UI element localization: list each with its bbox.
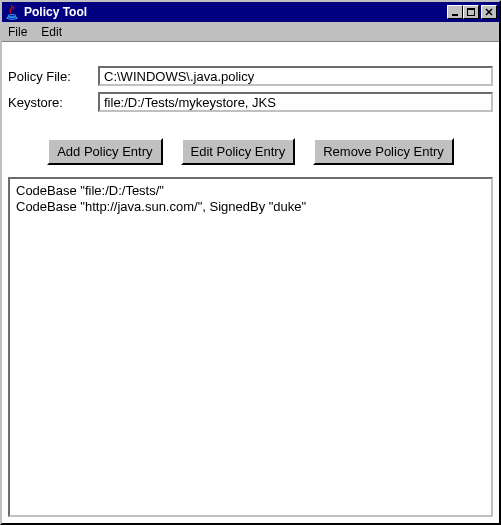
client-area: Policy File: C:\WINDOWS\.java.policy Key… <box>2 42 499 523</box>
list-item[interactable]: CodeBase "file:/D:/Tests/" <box>16 183 485 199</box>
policy-file-label: Policy File: <box>8 69 98 84</box>
menu-edit[interactable]: Edit <box>41 25 62 39</box>
keystore-row: Keystore: file:/D:/Tests/mykeystore, JKS <box>8 92 493 112</box>
policy-file-row: Policy File: C:\WINDOWS\.java.policy <box>8 66 493 86</box>
window-controls <box>447 5 497 19</box>
maximize-button[interactable] <box>463 5 479 19</box>
svg-rect-2 <box>452 14 458 16</box>
button-row: Add Policy Entry Edit Policy Entry Remov… <box>8 138 493 165</box>
remove-policy-entry-button[interactable]: Remove Policy Entry <box>313 138 454 165</box>
form-area: Policy File: C:\WINDOWS\.java.policy Key… <box>8 66 493 118</box>
window-frame: Policy Tool File Edit Policy File: C:\WI… <box>0 0 501 525</box>
keystore-label: Keystore: <box>8 95 98 110</box>
policy-file-value: C:\WINDOWS\.java.policy <box>104 69 254 84</box>
keystore-field[interactable]: file:/D:/Tests/mykeystore, JKS <box>98 92 493 112</box>
java-cup-icon <box>4 4 20 20</box>
list-item[interactable]: CodeBase "http://java.sun.com/", SignedB… <box>16 199 485 215</box>
close-button[interactable] <box>481 5 497 19</box>
minimize-button[interactable] <box>447 5 463 19</box>
add-policy-entry-button[interactable]: Add Policy Entry <box>47 138 162 165</box>
window-title: Policy Tool <box>24 5 447 19</box>
policy-entry-list[interactable]: CodeBase "file:/D:/Tests/" CodeBase "htt… <box>8 177 493 517</box>
keystore-value: file:/D:/Tests/mykeystore, JKS <box>104 95 276 110</box>
menu-file[interactable]: File <box>8 25 27 39</box>
edit-policy-entry-button[interactable]: Edit Policy Entry <box>181 138 296 165</box>
svg-point-1 <box>7 17 17 19</box>
svg-rect-4 <box>467 8 475 10</box>
policy-file-field[interactable]: C:\WINDOWS\.java.policy <box>98 66 493 86</box>
titlebar: Policy Tool <box>2 2 499 22</box>
menubar: File Edit <box>2 22 499 42</box>
